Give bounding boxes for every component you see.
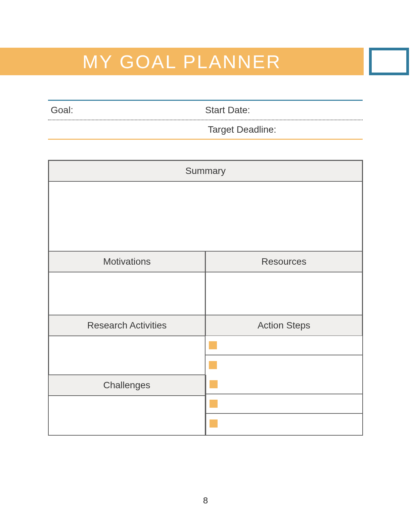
planner-table: Summary Motivations Resources Research A… bbox=[48, 160, 363, 436]
motivations-body bbox=[49, 272, 205, 315]
action-step-row bbox=[206, 414, 362, 433]
start-date-label: Start Date: bbox=[205, 105, 250, 116]
research-action-body-row bbox=[49, 336, 362, 375]
research-activities-body bbox=[49, 336, 205, 375]
action-step-row bbox=[205, 336, 362, 355]
summary-header: Summary bbox=[49, 161, 362, 181]
action-steps-header: Action Steps bbox=[205, 315, 362, 336]
motivations-resources-body-row bbox=[49, 272, 362, 315]
checkbox-icon bbox=[210, 400, 218, 408]
motivations-header: Motivations bbox=[49, 251, 205, 272]
challenges-header: Challenges bbox=[49, 375, 205, 396]
challenges-column: Challenges bbox=[49, 375, 205, 435]
action-steps-body-lower bbox=[205, 375, 362, 435]
checkbox-icon bbox=[210, 380, 218, 388]
resources-header: Resources bbox=[205, 251, 362, 272]
header-bar: MY GOAL PLANNER bbox=[0, 48, 364, 75]
action-step-row bbox=[206, 375, 362, 394]
info-row-1: Goal: Start Date: bbox=[48, 101, 363, 120]
checkbox-icon bbox=[210, 419, 218, 428]
checkbox-icon bbox=[209, 341, 217, 349]
target-deadline-label: Target Deadline: bbox=[208, 124, 276, 135]
summary-body bbox=[49, 181, 362, 251]
research-activities-header: Research Activities bbox=[49, 315, 205, 336]
page-title: MY GOAL PLANNER bbox=[82, 51, 281, 73]
action-step-row bbox=[206, 394, 362, 414]
action-steps-body-upper bbox=[205, 336, 362, 375]
challenges-action-row: Challenges bbox=[49, 375, 362, 435]
challenges-body bbox=[49, 396, 205, 435]
goal-label: Goal: bbox=[48, 105, 205, 116]
action-step-row bbox=[205, 355, 362, 375]
resources-body bbox=[205, 272, 362, 315]
info-block: Goal: Start Date: Target Deadline: bbox=[48, 100, 363, 140]
page-number: 8 bbox=[0, 495, 411, 506]
research-action-header-row: Research Activities Action Steps bbox=[49, 315, 362, 336]
info-row-2: Target Deadline: bbox=[48, 120, 363, 140]
motivations-resources-header-row: Motivations Resources bbox=[49, 251, 362, 272]
header-accent-box bbox=[369, 48, 409, 75]
checkbox-icon bbox=[209, 361, 217, 369]
